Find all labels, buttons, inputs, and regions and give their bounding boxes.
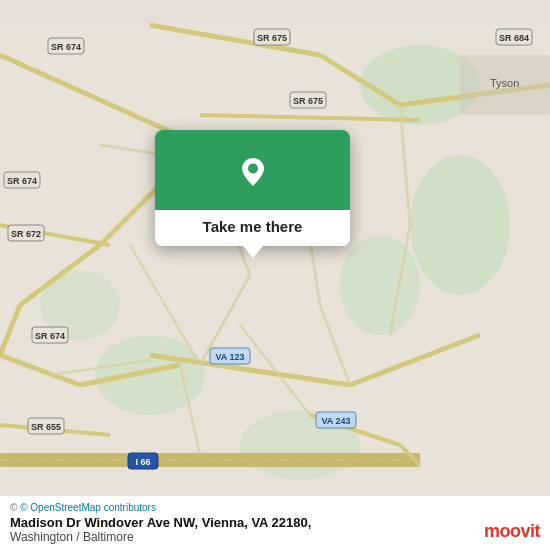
- address-line: Madison Dr Windover Ave NW, Vienna, VA 2…: [10, 515, 540, 530]
- attribution-text: © © OpenStreetMap contributors: [10, 502, 540, 513]
- svg-text:Tyson: Tyson: [490, 77, 519, 89]
- osm-link[interactable]: © OpenStreetMap contributors: [20, 502, 156, 513]
- location-pin-icon: [231, 150, 275, 194]
- map-background: Tyson SR 674 SR 675 SR 684 SR 675 SR 674…: [0, 0, 550, 550]
- svg-text:VA 123: VA 123: [215, 352, 244, 362]
- region-line: Washington / Baltimore: [10, 530, 540, 544]
- popup-header: [155, 130, 350, 210]
- copyright-symbol: ©: [10, 502, 17, 513]
- svg-text:SR 672: SR 672: [11, 229, 41, 239]
- svg-text:SR 675: SR 675: [257, 33, 287, 43]
- map-container: Tyson SR 674 SR 675 SR 684 SR 675 SR 674…: [0, 0, 550, 550]
- svg-text:SR 655: SR 655: [31, 422, 61, 432]
- svg-text:SR 675: SR 675: [293, 96, 323, 106]
- popup-label[interactable]: Take me there: [155, 210, 350, 246]
- svg-text:SR 674: SR 674: [35, 331, 65, 341]
- svg-text:VA 243: VA 243: [321, 416, 350, 426]
- svg-text:I 66: I 66: [135, 457, 150, 467]
- svg-point-61: [248, 164, 258, 174]
- popup-card: Take me there: [155, 130, 350, 246]
- svg-text:SR 674: SR 674: [51, 42, 81, 52]
- svg-text:SR 674: SR 674: [7, 176, 37, 186]
- take-me-there-button[interactable]: Take me there: [167, 218, 338, 235]
- moovit-logo: moovit: [484, 521, 540, 542]
- svg-text:SR 684: SR 684: [499, 33, 529, 43]
- bottom-bar: © © OpenStreetMap contributors Madison D…: [0, 495, 550, 550]
- svg-point-2: [410, 155, 510, 295]
- svg-point-3: [340, 235, 420, 335]
